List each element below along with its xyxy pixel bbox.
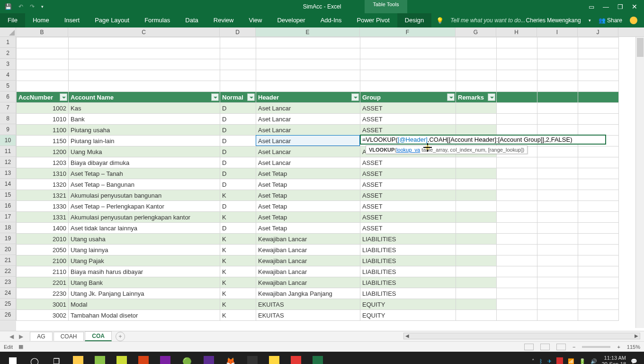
cell[interactable] <box>578 114 619 125</box>
cell[interactable]: Aset Tetap <box>256 179 360 190</box>
table-header-cell[interactable]: Account Name <box>69 92 220 103</box>
cell[interactable] <box>456 266 497 277</box>
cell[interactable]: D <box>220 146 256 157</box>
cell[interactable]: LIABILITIES <box>360 266 456 277</box>
sheet-nav-icon[interactable]: ◀ ▶ <box>9 333 25 340</box>
cell[interactable] <box>578 277 619 288</box>
tooltip-arg-link[interactable]: lookup_va <box>396 147 420 153</box>
tab-insert[interactable]: Insert <box>57 13 88 27</box>
cell[interactable]: K <box>220 190 256 201</box>
cell[interactable] <box>456 310 497 321</box>
cell-editor[interactable]: =VLOOKUP([@Header],COAH[[Account Header]… <box>360 135 606 145</box>
cell[interactable] <box>497 255 537 266</box>
cell[interactable]: Kas <box>69 103 220 114</box>
cell[interactable]: 1400 <box>17 223 69 234</box>
clock[interactable]: 11:13 AM 20-Sep-18 <box>602 355 626 364</box>
row-header-8[interactable]: 8 <box>0 113 16 124</box>
filter-dropdown-icon[interactable] <box>211 93 219 101</box>
maximize-icon[interactable]: ❐ <box>617 3 623 10</box>
tab-home[interactable]: Home <box>25 13 57 27</box>
cell[interactable]: 2230 <box>17 288 69 299</box>
cell[interactable]: Aset Tetap – Perlengkapan Kantor <box>69 201 220 212</box>
cell[interactable] <box>578 157 619 168</box>
tab-file[interactable]: File <box>0 13 25 27</box>
col-header-D[interactable]: D <box>220 27 256 36</box>
cell[interactable]: Aset Tetap – Tanah <box>69 168 220 179</box>
excel-icon[interactable] <box>308 354 328 364</box>
app-icon[interactable] <box>134 354 153 364</box>
file-explorer-icon[interactable] <box>68 354 88 364</box>
cell[interactable]: Utang Bank <box>69 277 220 288</box>
cell[interactable] <box>497 157 537 168</box>
battery-icon[interactable]: 🔋 <box>579 358 586 364</box>
close-icon[interactable]: ✕ <box>632 3 637 10</box>
col-header-F[interactable]: F <box>360 27 456 36</box>
cell[interactable]: Kewajiban Jangka Panjang <box>256 288 360 299</box>
tab-formulas[interactable]: Formulas <box>137 13 178 27</box>
cell[interactable]: Akumulasi penyusutan perlengkapan kantor <box>69 212 220 223</box>
row-header-15[interactable]: 15 <box>0 190 16 200</box>
cell[interactable] <box>578 234 619 245</box>
cell[interactable]: Aset Lancar <box>256 114 360 125</box>
filter-dropdown-icon[interactable] <box>488 93 495 101</box>
cell[interactable]: 1310 <box>17 168 69 179</box>
tab-data[interactable]: Data <box>178 13 206 27</box>
cell[interactable] <box>456 234 497 245</box>
row-header-3[interactable]: 3 <box>0 59 16 70</box>
cell[interactable]: 2010 <box>17 234 69 245</box>
add-sheet-button[interactable]: + <box>116 332 125 341</box>
cell[interactable]: K <box>220 266 256 277</box>
cell[interactable] <box>497 266 537 277</box>
cell[interactable]: D <box>220 157 256 168</box>
cell[interactable] <box>497 212 537 223</box>
cell[interactable] <box>578 125 619 136</box>
tab-power-pivot[interactable]: Power Pivot <box>349 13 397 27</box>
cell[interactable] <box>537 266 578 277</box>
tab-add-ins[interactable]: Add-Ins <box>313 13 349 27</box>
cortana-icon[interactable]: ◯ <box>25 354 45 364</box>
cell[interactable] <box>578 179 619 190</box>
select-all-button[interactable] <box>0 27 16 36</box>
cell[interactable]: EQUITY <box>360 310 456 321</box>
row-header-25[interactable]: 25 <box>0 299 16 309</box>
sheet-tab-ag[interactable]: AG <box>30 332 52 341</box>
col-header-E[interactable]: E <box>256 27 360 36</box>
cell[interactable]: K <box>220 255 256 266</box>
cell[interactable]: Biaya masih harus dibayar <box>69 266 220 277</box>
cell[interactable]: ASSET <box>360 103 456 114</box>
cell[interactable] <box>456 168 497 179</box>
cell[interactable]: 1321 <box>17 190 69 201</box>
cell[interactable] <box>456 223 497 234</box>
cell[interactable]: K <box>220 277 256 288</box>
cell[interactable] <box>537 234 578 245</box>
table-header-cell[interactable]: Remarks <box>456 92 497 103</box>
cell[interactable] <box>537 146 578 157</box>
cell[interactable]: 1002 <box>17 103 69 114</box>
cell[interactable]: 1010 <box>17 114 69 125</box>
cell[interactable]: K <box>220 234 256 245</box>
cell[interactable]: K <box>220 299 256 310</box>
cell[interactable]: K <box>220 310 256 321</box>
task-view-icon[interactable]: ❐ <box>46 354 66 364</box>
cell[interactable]: K <box>220 212 256 223</box>
table-header-cell[interactable]: Header <box>256 92 360 103</box>
cell[interactable] <box>537 277 578 288</box>
cell[interactable]: ASSET <box>360 179 456 190</box>
cell[interactable] <box>497 223 537 234</box>
cell[interactable]: 2050 <box>17 245 69 255</box>
row-header-6[interactable]: 6 <box>0 91 16 102</box>
cell[interactable] <box>456 277 497 288</box>
cell[interactable]: 3001 <box>17 299 69 310</box>
cell[interactable] <box>578 223 619 234</box>
qat-more-icon[interactable]: ▾ <box>41 4 44 9</box>
tab-developer[interactable]: Developer <box>269 13 313 27</box>
save-icon[interactable]: 💾 <box>5 3 12 10</box>
row-header-26[interactable]: 26 <box>0 309 16 320</box>
cell[interactable] <box>456 190 497 201</box>
cell[interactable] <box>578 299 619 310</box>
cell[interactable] <box>456 255 497 266</box>
normal-view-icon[interactable] <box>524 344 534 350</box>
zoom-slider[interactable] <box>582 346 610 348</box>
table-header-cell[interactable]: Group <box>360 92 456 103</box>
cell[interactable] <box>578 255 619 266</box>
